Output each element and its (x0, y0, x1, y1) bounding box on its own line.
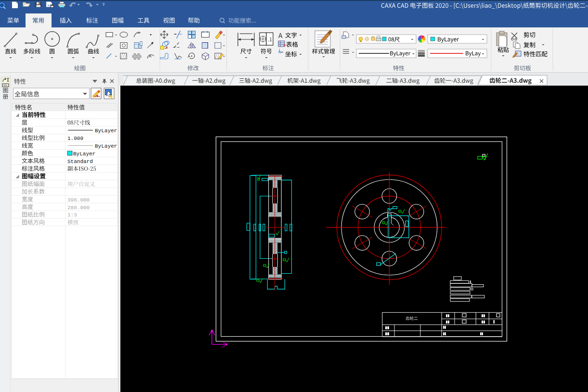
svg-text:ByLayer: ByLayer (95, 128, 117, 134)
svg-text:396.000: 396.000 (67, 197, 90, 203)
svg-text:280.000: 280.000 (67, 205, 90, 211)
svg-text:ByLayer: ByLayer (95, 143, 117, 149)
svg-text:ByLayer: ByLayer (73, 151, 95, 157)
svg-text:1.000: 1.000 (67, 136, 83, 141)
svg-text:1:3: 1:3 (67, 212, 77, 218)
svg-text:Standard: Standard (67, 159, 93, 164)
